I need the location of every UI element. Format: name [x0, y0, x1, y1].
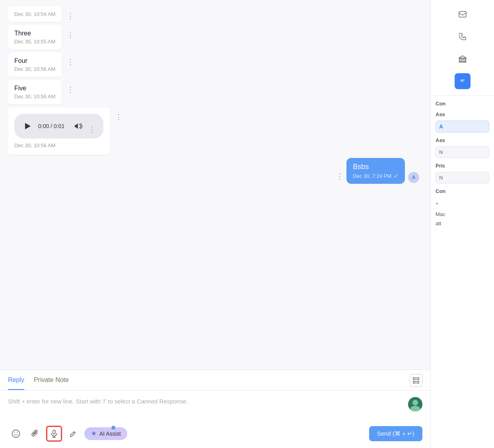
sidebar-mac-label: Mac — [436, 211, 489, 217]
microphone-button[interactable] — [46, 426, 62, 442]
message-more-button[interactable]: ⋮ — [65, 29, 76, 40]
tab-private-note[interactable]: Private Note — [34, 371, 69, 390]
svg-rect-16 — [460, 59, 461, 61]
messages-container[interactable]: Dec 30, 10:54 AM ⋮ Three Dec 30, 10:55 A… — [0, 0, 430, 370]
sidebar-con-title: Con — [436, 101, 489, 107]
message-more-button[interactable]: ⋮ — [65, 56, 76, 68]
audio-more-button[interactable]: ⋮ — [88, 125, 95, 134]
svg-marker-0 — [25, 123, 31, 129]
message-item: Three Dec 30, 10:55 AM ⋮ — [8, 25, 422, 49]
message-bubble: Three Dec 30, 10:55 AM — [8, 25, 62, 49]
sidebar-att-label: att — [436, 220, 489, 226]
audio-message: 0:00 / 0:01 ⋮ Dec 30, 10:56 AM — [8, 107, 110, 155]
sidebar-icon-chat[interactable] — [455, 73, 471, 89]
message-bubble: Four Dec 30, 10:56 AM — [8, 53, 62, 77]
message-timestamp: Dec 30, 10:54 AM — [14, 11, 55, 17]
svg-point-10 — [17, 432, 18, 433]
message-more-button[interactable]: ⋮ — [65, 84, 76, 95]
add-icon: + — [436, 201, 439, 206]
outgoing-meta: Dec 30, 7:24 PM ✓ — [353, 173, 399, 179]
outgoing-bubble: Bsbs Dec 30, 7:24 PM ✓ — [346, 158, 405, 184]
send-label: Send (⌘ + ↵) — [377, 430, 414, 437]
sidebar-icon-mail[interactable] — [455, 6, 471, 22]
svg-rect-18 — [464, 59, 465, 61]
outgoing-timestamp: Dec 30, 7:24 PM — [353, 173, 391, 179]
message-item: Dec 30, 10:54 AM ⋮ — [8, 6, 422, 22]
audio-message-more-button[interactable]: ⋮ — [113, 111, 124, 123]
sidebar-section-con2: Con — [436, 188, 489, 194]
svg-point-8 — [12, 430, 20, 438]
outgoing-message-row: ⋮ Bsbs Dec 30, 7:24 PM ✓ A — [8, 158, 422, 184]
svg-rect-4 — [417, 381, 419, 383]
svg-rect-14 — [459, 12, 466, 17]
sidebar-icons — [431, 0, 494, 96]
sidebar-ass2-title: Ass — [436, 137, 489, 143]
emoji-button[interactable] — [8, 426, 24, 442]
sidebar-section-ass1: Ass A — [436, 111, 489, 132]
message-timestamp: Dec 30, 10:56 AM — [14, 93, 55, 99]
sidebar-pric-title: Pric — [436, 163, 489, 169]
signature-button[interactable] — [65, 426, 81, 442]
svg-rect-1 — [413, 378, 415, 380]
message-item: Five Dec 30, 10:56 AM ⋮ — [8, 80, 422, 104]
sidebar-section-pric: Pric N — [436, 163, 489, 183]
sidebar-panel: Con Ass A Ass N Pric N Con + Mac att — [431, 96, 494, 448]
sidebar-icon-bank[interactable] — [455, 51, 471, 67]
svg-point-6 — [412, 400, 418, 405]
outgoing-title: Bsbs — [353, 163, 399, 171]
attachment-button[interactable] — [27, 426, 43, 442]
message-title: Five — [14, 85, 55, 92]
right-sidebar: Con Ass A Ass N Pric N Con + Mac att — [430, 0, 494, 448]
audio-player[interactable]: 0:00 / 0:01 ⋮ — [14, 114, 103, 138]
tab-reply[interactable]: Reply — [8, 371, 24, 390]
expand-button[interactable] — [410, 374, 422, 387]
ai-assist-label: AI Assist — [99, 430, 121, 437]
play-button[interactable] — [22, 121, 33, 132]
message-title: Four — [14, 57, 55, 64]
message-bubble: Five Dec 30, 10:56 AM — [8, 80, 62, 104]
svg-point-9 — [14, 432, 15, 433]
svg-rect-19 — [459, 78, 466, 83]
compose-placeholder: Shift + enter for new line. Start with '… — [8, 397, 422, 406]
outgoing-more-button[interactable]: ⋮ — [336, 172, 343, 181]
svg-rect-17 — [462, 59, 463, 61]
avatar: A — [408, 172, 419, 183]
sidebar-add-button[interactable]: + — [436, 199, 489, 208]
sidebar-ass2-value[interactable]: N — [436, 146, 489, 158]
sidebar-icon-phone[interactable] — [455, 29, 471, 45]
sidebar-ass1-title: Ass — [436, 111, 489, 117]
compose-area: Reply Private Note Shift + enter for new… — [0, 370, 430, 448]
ai-dot-indicator — [111, 426, 115, 430]
sidebar-section-con: Con — [436, 101, 489, 107]
compose-input-area[interactable]: Shift + enter for new line. Start with '… — [0, 391, 430, 423]
sidebar-con2-title: Con — [436, 188, 489, 194]
svg-rect-2 — [417, 378, 419, 380]
sidebar-section-ass2: Ass N — [436, 137, 489, 158]
sidebar-pric-value[interactable]: N — [436, 172, 489, 183]
compose-tabs: Reply Private Note — [0, 370, 430, 391]
svg-rect-11 — [53, 430, 55, 434]
message-title: Three — [14, 30, 55, 37]
check-mark-icon: ✓ — [394, 173, 399, 179]
main-chat-area: Dec 30, 10:54 AM ⋮ Three Dec 30, 10:55 A… — [0, 0, 430, 448]
audio-message-row: 0:00 / 0:01 ⋮ Dec 30, 10:56 AM — [8, 107, 422, 155]
send-button[interactable]: Send (⌘ + ↵) — [369, 426, 422, 441]
message-more-button[interactable]: ⋮ — [65, 10, 76, 21]
message-item: Four Dec 30, 10:56 AM ⋮ — [8, 53, 422, 77]
audio-timestamp: Dec 30, 10:56 AM — [14, 142, 103, 148]
svg-rect-3 — [413, 381, 415, 383]
audio-time-display: 0:00 / 0:01 — [38, 123, 64, 129]
ai-assist-button[interactable]: AI Assist — [84, 427, 127, 440]
compose-toolbar: AI Assist Send (⌘ + ↵) — [0, 423, 430, 448]
message-bubble: Dec 30, 10:54 AM — [8, 6, 62, 22]
volume-button[interactable] — [74, 121, 84, 131]
sidebar-ass1-value[interactable]: A — [436, 121, 489, 132]
message-timestamp: Dec 30, 10:55 AM — [14, 39, 55, 45]
agent-avatar — [408, 397, 422, 411]
message-timestamp: Dec 30, 10:56 AM — [14, 66, 55, 72]
